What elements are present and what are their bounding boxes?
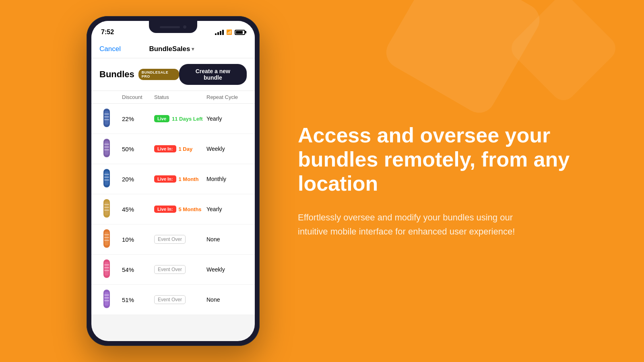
discount-value: 51% [122, 296, 154, 303]
svg-rect-3 [104, 116, 109, 117]
svg-rect-18 [104, 207, 109, 208]
product-thumbnail [99, 289, 122, 311]
svg-rect-13 [104, 177, 109, 178]
phone-device: 7:52 📶 Cancel [87, 16, 260, 346]
discount-value: 20% [122, 176, 154, 183]
svg-rect-14 [104, 179, 109, 181]
svg-rect-33 [104, 297, 109, 298]
repeat-cycle-value: Weekly [206, 266, 247, 273]
col-header-status: Status [154, 94, 206, 100]
svg-rect-4 [104, 119, 109, 120]
svg-rect-16 [105, 202, 109, 215]
status-cell: Live In:1 Month [154, 175, 206, 183]
table-header: Discount Status Repeat Cycle [91, 91, 255, 104]
chevron-down-icon: ▾ [192, 46, 194, 52]
svg-rect-1 [105, 111, 109, 125]
status-cell: Live In:1 Day [154, 145, 206, 152]
phone-section: 7:52 📶 Cancel [0, 0, 274, 362]
wifi-icon: 📶 [226, 29, 232, 35]
svg-rect-17 [104, 204, 109, 205]
svg-rect-6 [105, 141, 109, 155]
table-row[interactable]: 45%Live In:5 MonthsYearly [91, 194, 255, 224]
svg-rect-31 [105, 292, 109, 306]
table-row[interactable]: 54%Event OverWeekly [91, 255, 255, 285]
table-row[interactable]: 22%Live11 Days LeftYearly [91, 104, 255, 134]
col-header-image [99, 94, 122, 100]
live-badge: Live [154, 115, 169, 122]
svg-rect-34 [104, 300, 109, 301]
svg-rect-9 [104, 149, 109, 150]
repeat-cycle-value: None [206, 236, 247, 243]
svg-rect-8 [104, 146, 109, 148]
repeat-cycle-value: Weekly [206, 146, 247, 152]
status-time: 7:52 [101, 29, 114, 36]
battery-fill [236, 31, 243, 34]
status-cell: Live11 Days Left [154, 115, 206, 122]
event-over-badge: Event Over [154, 265, 186, 274]
event-over-badge: Event Over [154, 295, 186, 304]
discount-value: 22% [122, 115, 154, 122]
live-in-badge: Live In: [154, 145, 176, 152]
table-row[interactable]: 20%Live In:1 MonthMonthly [91, 164, 255, 194]
svg-rect-2 [104, 113, 109, 115]
product-thumbnail [99, 228, 122, 250]
discount-value: 45% [122, 206, 154, 213]
cancel-button[interactable]: Cancel [99, 45, 121, 53]
status-cell: Event Over [154, 265, 206, 274]
time-detail: 11 Days Left [172, 116, 203, 122]
svg-rect-12 [104, 174, 109, 175]
product-thumbnail [99, 259, 122, 280]
status-cell: Live In:5 Months [154, 206, 206, 213]
status-icons: 📶 [215, 29, 245, 35]
notch-camera [183, 25, 186, 29]
svg-rect-26 [105, 262, 109, 276]
text-section: Access and oversee your bundles remotely… [274, 99, 644, 263]
bundles-title-group: Bundles BUNDLESALE PRO [99, 69, 179, 80]
sub-text: Effortlessly oversee and modify your bun… [298, 210, 523, 239]
discount-value: 10% [122, 236, 154, 243]
live-in-badge: Live In: [154, 175, 176, 183]
svg-rect-21 [105, 232, 109, 245]
table-row[interactable]: 51%Event OverNone [91, 285, 255, 315]
svg-rect-22 [104, 234, 109, 235]
phone-screen: 7:52 📶 Cancel [91, 21, 255, 341]
live-in-badge: Live In: [154, 206, 176, 213]
bundle-table: 22%Live11 Days LeftYearly 50%Live In:1 D… [91, 104, 255, 315]
time-detail: 5 Months [179, 206, 202, 212]
svg-rect-27 [104, 264, 109, 265]
time-detail: 1 Month [179, 176, 199, 182]
status-cell: Event Over [154, 235, 206, 244]
notch-speaker [160, 26, 180, 28]
repeat-cycle-value: None [206, 296, 247, 303]
store-name-container[interactable]: BundleSales ▾ [149, 45, 194, 53]
signal-icon [215, 30, 224, 35]
product-thumbnail [99, 198, 122, 220]
discount-value: 54% [122, 266, 154, 273]
pro-badge: BUNDLESALE PRO [138, 69, 179, 80]
product-thumbnail [99, 138, 122, 160]
svg-rect-19 [104, 210, 109, 211]
table-row[interactable]: 50%Live In:1 DayWeekly [91, 134, 255, 164]
svg-rect-24 [104, 240, 109, 241]
event-over-badge: Event Over [154, 235, 186, 244]
product-thumbnail [99, 108, 122, 130]
main-heading: Access and oversee your bundles remotely… [298, 123, 612, 195]
create-bundle-button[interactable]: Create a new bundle [179, 64, 247, 85]
battery-icon [235, 30, 245, 35]
app-header: Cancel BundleSales ▾ [91, 41, 255, 58]
phone-notch [149, 21, 197, 33]
store-name-label: BundleSales [149, 45, 190, 53]
time-detail: 1 Day [179, 146, 193, 152]
status-cell: Event Over [154, 295, 206, 304]
svg-rect-29 [104, 270, 109, 271]
col-header-discount: Discount [122, 94, 154, 100]
bundles-header: Bundles BUNDLESALE PRO Create a new bund… [91, 58, 255, 91]
svg-rect-11 [105, 171, 109, 185]
svg-rect-7 [104, 144, 109, 145]
repeat-cycle-value: Yearly [206, 206, 247, 212]
repeat-cycle-value: Yearly [206, 115, 247, 122]
svg-rect-28 [104, 267, 109, 268]
product-thumbnail [99, 168, 122, 190]
discount-value: 50% [122, 146, 154, 152]
table-row[interactable]: 10%Event OverNone [91, 224, 255, 255]
